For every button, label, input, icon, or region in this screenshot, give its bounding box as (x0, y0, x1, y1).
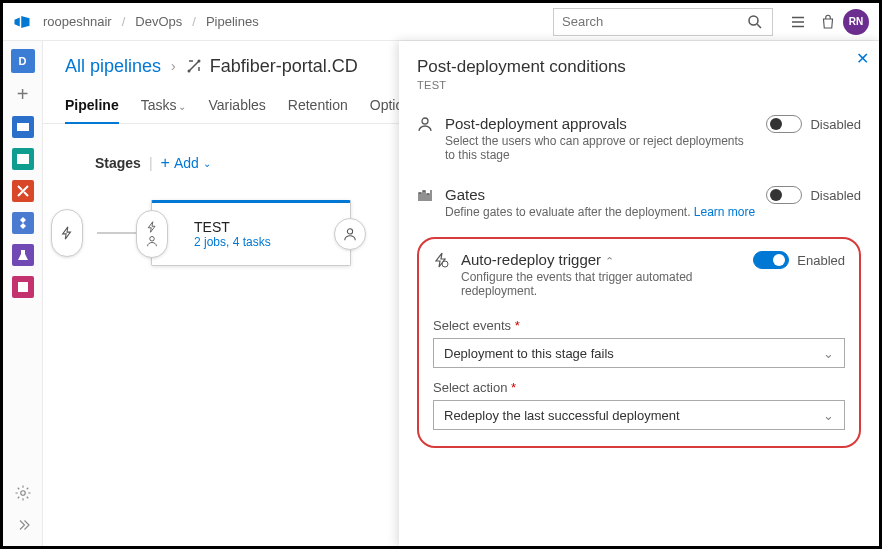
pipeline-name: Fabfiber-portal.CD (210, 56, 358, 77)
events-select[interactable]: Deployment to this stage fails ⌄ (433, 338, 845, 368)
topbar: roopeshnair / DevOps / Pipelines RN (3, 3, 879, 41)
chevron-down-icon: ⌄ (823, 408, 834, 423)
stage-card[interactable]: TEST 2 jobs, 4 tasks (151, 200, 351, 266)
approvals-title: Post-deployment approvals (445, 115, 756, 132)
auto-redeploy-icon (433, 252, 451, 268)
search-field[interactable] (562, 14, 746, 29)
person-icon (146, 235, 158, 247)
nav-artifacts-icon[interactable] (12, 276, 34, 298)
pipeline-title: Fabfiber-portal.CD (186, 56, 358, 77)
gates-state: Disabled (810, 188, 861, 203)
post-conditions-badge[interactable] (334, 218, 366, 250)
nav-repos-icon[interactable] (12, 148, 34, 170)
trigger-icon (146, 221, 158, 233)
user-avatar[interactable]: RN (843, 9, 869, 35)
events-value: Deployment to this stage fails (444, 346, 614, 361)
nav-testplans-icon[interactable] (12, 244, 34, 266)
svg-rect-2 (17, 123, 29, 131)
breadcrumb-project[interactable]: DevOps (135, 14, 182, 29)
approvals-state: Disabled (810, 117, 861, 132)
action-label: Select action * (433, 380, 516, 395)
gates-toggle[interactable] (766, 186, 802, 204)
breadcrumb-sep: / (122, 14, 126, 29)
gates-title: Gates (445, 186, 756, 203)
trigger-icon (60, 226, 74, 240)
azure-devops-logo (13, 13, 31, 31)
content: All pipelines › Fabfiber-portal.CD Save … (43, 41, 879, 546)
nav-pipelines-icon[interactable] (12, 180, 34, 202)
gates-desc: Define gates to evaluate after the deplo… (445, 205, 756, 219)
nav-boards-icon[interactable] (12, 116, 34, 138)
all-pipelines-link[interactable]: All pipelines (65, 56, 161, 77)
search-icon (746, 13, 764, 31)
svg-rect-3 (17, 154, 29, 164)
chevron-down-icon: ⌄ (203, 158, 211, 169)
svg-rect-4 (18, 282, 28, 292)
pre-deployment-badge[interactable] (51, 209, 83, 257)
field-select-events: Select events * Deployment to this stage… (433, 316, 845, 368)
breadcrumb-sep: / (192, 14, 196, 29)
tab-retention[interactable]: Retention (288, 89, 348, 123)
post-deployment-panel: ✕ Post-deployment conditions TEST Post-d… (399, 41, 879, 546)
section-approvals: Post-deployment approvals Select the use… (417, 105, 861, 176)
release-icon (186, 58, 202, 74)
panel-stage-label: TEST (417, 79, 861, 91)
learn-more-link[interactable]: Learn more (694, 205, 755, 219)
auto-title: Auto-redeploy trigger ⌃ (461, 251, 743, 268)
svg-point-8 (150, 237, 155, 242)
svg-point-6 (187, 70, 190, 73)
svg-point-0 (749, 16, 758, 25)
plus-icon: + (161, 154, 170, 172)
person-icon (343, 227, 357, 241)
stage-name: TEST (194, 219, 271, 235)
svg-point-5 (20, 491, 25, 496)
events-label: Select events * (433, 318, 520, 333)
approvals-toggle[interactable] (766, 115, 802, 133)
chevron-down-icon: ⌄ (823, 346, 834, 361)
svg-point-11 (442, 261, 448, 267)
settings-icon[interactable] (14, 484, 32, 502)
action-value: Redeploy the last successful deployment (444, 408, 680, 423)
nav-test-icon[interactable] (12, 212, 34, 234)
stage-jobs-link[interactable]: 2 jobs, 4 tasks (194, 235, 271, 249)
field-select-action: Select action * Redeploy the last succes… (433, 378, 845, 430)
gates-icon (417, 187, 435, 203)
project-badge[interactable]: D (11, 49, 35, 73)
left-nav: D + (3, 41, 43, 546)
close-button[interactable]: ✕ (856, 49, 869, 68)
collapse-icon[interactable] (14, 516, 32, 534)
breadcrumb-area[interactable]: Pipelines (206, 14, 259, 29)
add-icon[interactable]: + (17, 83, 29, 106)
svg-point-10 (422, 118, 428, 124)
pre-conditions-badge[interactable] (136, 210, 168, 258)
svg-line-1 (757, 24, 761, 28)
chevron-up-icon[interactable]: ⌃ (605, 255, 614, 267)
add-stage-button[interactable]: + Add ⌄ (161, 154, 211, 172)
bag-icon[interactable] (819, 13, 837, 31)
section-auto-redeploy: Auto-redeploy trigger ⌃ Configure the ev… (433, 251, 845, 306)
chevron-right-icon: › (171, 58, 176, 74)
auto-state: Enabled (797, 253, 845, 268)
tab-tasks[interactable]: Tasks⌄ (141, 89, 187, 123)
list-icon[interactable] (789, 13, 807, 31)
panel-title: Post-deployment conditions (417, 57, 861, 77)
section-gates: Gates Define gates to evaluate after the… (417, 176, 861, 233)
search-input[interactable] (553, 8, 773, 36)
tab-variables[interactable]: Variables (208, 89, 265, 123)
chevron-down-icon: ⌄ (178, 101, 186, 112)
svg-point-7 (197, 60, 200, 63)
auto-desc: Configure the events that trigger automa… (461, 270, 743, 298)
auto-redeploy-highlight: Auto-redeploy trigger ⌃ Configure the ev… (417, 237, 861, 448)
auto-toggle[interactable] (753, 251, 789, 269)
breadcrumb-org[interactable]: roopeshnair (43, 14, 112, 29)
action-select[interactable]: Redeploy the last successful deployment … (433, 400, 845, 430)
approvals-desc: Select the users who can approve or reje… (445, 134, 756, 162)
svg-point-9 (347, 229, 352, 234)
person-icon (417, 116, 435, 132)
stages-label: Stages (95, 155, 141, 171)
tab-pipeline[interactable]: Pipeline (65, 89, 119, 123)
